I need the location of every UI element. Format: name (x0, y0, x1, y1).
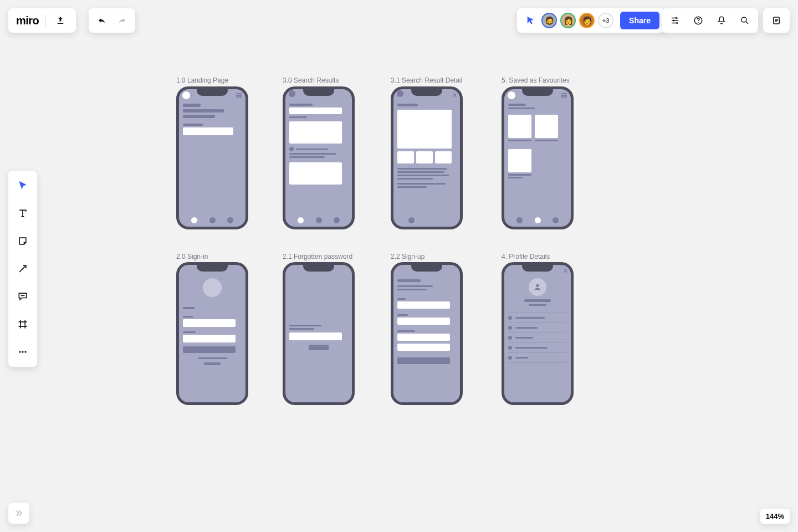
notes-panel (763, 8, 790, 33)
svg-point-2 (676, 22, 678, 24)
phone-screen (504, 265, 571, 402)
controls-panel (662, 8, 758, 33)
svg-point-7 (19, 351, 21, 352)
svg-point-10 (536, 284, 539, 287)
share-button[interactable]: Share (620, 12, 659, 29)
frame-results[interactable] (283, 86, 355, 229)
frame-icon (17, 319, 28, 330)
phone-screen (179, 89, 245, 227)
sticky-icon (17, 236, 28, 247)
arrow-icon (17, 263, 28, 274)
toolbar (8, 171, 37, 367)
comment-icon (17, 291, 28, 302)
phone-screen (179, 265, 245, 402)
svg-point-8 (22, 351, 23, 352)
redo-button[interactable] (114, 13, 130, 28)
frame-profile[interactable]: × (502, 262, 574, 405)
help-button[interactable] (690, 13, 706, 28)
undo-icon (97, 16, 107, 25)
phone-screen (285, 265, 352, 402)
phone-screen (393, 265, 460, 402)
svg-point-5 (741, 17, 746, 22)
tool-select[interactable] (13, 176, 32, 195)
frame-label-signup: 2.2 Sign-up (391, 253, 424, 260)
svg-point-1 (673, 20, 674, 22)
bell-icon (717, 16, 727, 25)
tool-text[interactable] (13, 204, 32, 223)
svg-point-9 (24, 351, 26, 352)
frame-label-forgot: 2.1 Forgotten password (283, 253, 352, 260)
more-icon (17, 346, 28, 357)
frame-label-landing: 1.0 Landing Page (176, 76, 228, 84)
avatar-user-1[interactable]: 🧔 (541, 13, 557, 28)
sliders-icon (670, 16, 680, 25)
brand-logo: miro (16, 14, 39, 27)
redo-icon (117, 16, 127, 25)
tool-arrow[interactable] (13, 259, 32, 278)
frame-signup[interactable] (391, 262, 463, 405)
frame-label-signin: 2.0 Sign-in (176, 253, 208, 260)
avatar-user-2[interactable]: 👩 (560, 13, 576, 28)
help-icon (693, 16, 703, 25)
phone-screen (285, 89, 352, 227)
avatar-overflow[interactable]: +3 (598, 13, 613, 28)
undo-button[interactable] (94, 13, 110, 28)
notes-button[interactable] (769, 13, 784, 28)
svg-point-0 (676, 17, 677, 19)
user-icon (533, 283, 542, 291)
frame-label-results: 3.0 Search Results (283, 76, 339, 84)
text-icon (17, 208, 28, 219)
frame-landing[interactable] (176, 86, 248, 229)
notifications-button[interactable] (714, 13, 729, 28)
frame-label-favs: 5. Saved as Favourites (502, 76, 570, 84)
svg-point-4 (698, 22, 699, 23)
tool-sticky[interactable] (13, 232, 32, 250)
frame-favourites[interactable] (502, 86, 574, 229)
tool-frame[interactable] (13, 315, 32, 334)
avatar-user-3[interactable]: 🧑 (579, 13, 595, 28)
panel-expand-button[interactable] (8, 503, 29, 524)
tool-more[interactable] (13, 342, 32, 361)
notes-icon (771, 16, 781, 25)
search-icon (740, 16, 750, 25)
logo-panel: miro (8, 8, 76, 33)
frame-label-profile: 4. Profile Details (502, 253, 550, 260)
frame-signin[interactable] (176, 262, 248, 405)
collab-panel: 🧔 👩 🧑 +3 Share (517, 8, 665, 33)
frame-detail[interactable]: × (391, 86, 463, 229)
presence-cursor-icon[interactable] (523, 13, 538, 28)
tool-comment[interactable] (13, 287, 32, 306)
settings-button[interactable] (667, 13, 683, 28)
phone-screen (393, 89, 460, 227)
chevron-double-right-icon (14, 508, 24, 518)
phone-screen (504, 89, 571, 227)
export-button[interactable] (53, 13, 68, 28)
divider (45, 14, 46, 27)
search-button[interactable] (737, 13, 753, 28)
pointer-icon (17, 180, 28, 191)
undo-redo-panel (89, 8, 135, 33)
zoom-indicator[interactable]: 144% (760, 509, 790, 524)
app-root: miro 🧔 👩 🧑 +3 Share (0, 0, 798, 532)
export-icon (55, 16, 65, 25)
frame-forgot[interactable] (283, 262, 355, 405)
frame-label-detail: 3.1 Search Result Detail (391, 76, 462, 84)
